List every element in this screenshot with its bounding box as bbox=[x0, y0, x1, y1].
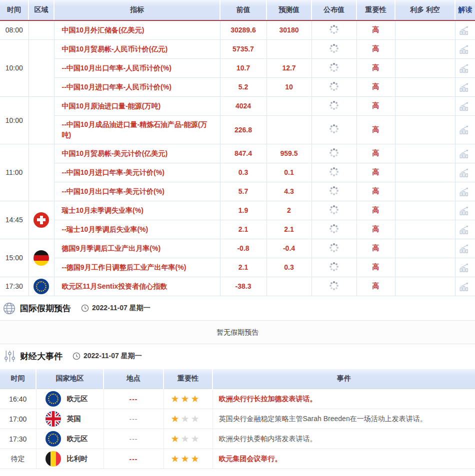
chart-icon[interactable] bbox=[460, 82, 470, 92]
star-icon: ★ bbox=[191, 434, 200, 444]
event-description: 欧洲央行执委帕内塔发表讲话。 bbox=[212, 429, 475, 449]
events-section-title: 财经大事件 bbox=[20, 351, 62, 362]
interpretation-cell[interactable] bbox=[455, 58, 475, 77]
holiday-section-date: 2022-11-07 星期一 bbox=[92, 304, 150, 313]
previous-value: -38.3 bbox=[220, 277, 266, 296]
events-table: 时间 国家地区 地点 重要性 事件 16:40欧元区---★★★欧洲央行行长拉加… bbox=[0, 369, 475, 470]
importance-stars: ★★★ bbox=[164, 389, 212, 409]
star-icon: ★ bbox=[171, 454, 180, 464]
interpretation-cell[interactable] bbox=[455, 77, 475, 96]
forecast-value bbox=[266, 277, 312, 296]
interpretation-cell[interactable] bbox=[455, 239, 475, 258]
published-value-cell bbox=[312, 39, 356, 58]
bias-cell bbox=[395, 258, 455, 277]
event-country-cell: 欧元区 bbox=[36, 429, 104, 449]
time-cell: 08:00 bbox=[0, 20, 28, 39]
interpretation-cell[interactable] bbox=[455, 115, 475, 144]
chart-icon[interactable] bbox=[460, 168, 470, 177]
bias-cell bbox=[395, 20, 455, 39]
region-cell bbox=[28, 144, 54, 201]
interpretation-cell[interactable] bbox=[455, 182, 475, 201]
star-icon: ★ bbox=[191, 454, 200, 464]
holiday-empty-text: 暂无假期预告 bbox=[216, 328, 258, 336]
eu-flag-icon bbox=[46, 391, 61, 407]
chart-icon[interactable] bbox=[460, 44, 470, 54]
indicator-row: 17:30欧元区11月Sentix投资者信心指数-38.3高 bbox=[0, 277, 475, 296]
chart-icon[interactable] bbox=[460, 187, 470, 196]
previous-value: 30289.6 bbox=[220, 20, 266, 39]
indicator-row: 11:00中国10月贸易帐-美元计价(亿美元)847.4959.5高 bbox=[0, 144, 475, 163]
interpretation-cell[interactable] bbox=[455, 201, 475, 220]
region-cell bbox=[28, 277, 54, 296]
forecast-value bbox=[266, 115, 312, 144]
indicator-name: --德国9月工作日调整后工业产出年率(%) bbox=[54, 258, 220, 277]
importance-cell: 高 bbox=[356, 144, 395, 163]
previous-value: 1.9 bbox=[220, 201, 266, 220]
time-cell: 17:30 bbox=[0, 277, 28, 296]
interpretation-cell[interactable] bbox=[455, 258, 475, 277]
interpretation-cell[interactable] bbox=[455, 39, 475, 58]
bias-cell bbox=[395, 77, 455, 96]
interpretation-cell[interactable] bbox=[455, 277, 475, 296]
importance-cell: 高 bbox=[356, 239, 395, 258]
globe-icon bbox=[3, 302, 16, 315]
chart-icon[interactable] bbox=[460, 244, 470, 253]
previous-value: 5.7 bbox=[220, 182, 266, 201]
event-description[interactable]: 欧元集团会议举行。 bbox=[212, 449, 475, 469]
chart-icon[interactable] bbox=[460, 101, 470, 111]
indicator-row: --中国10月出口年率-美元计价(%)5.74.3高 bbox=[0, 182, 475, 201]
country-name: 英国 bbox=[67, 415, 81, 423]
bias-cell bbox=[395, 277, 455, 296]
indicator-row: 08:00中国10月外汇储备(亿美元)30289.630180高 bbox=[0, 20, 475, 39]
interpretation-cell[interactable] bbox=[455, 20, 475, 39]
sliders-icon bbox=[4, 350, 16, 363]
chart-icon[interactable] bbox=[460, 149, 470, 158]
chart-icon[interactable] bbox=[460, 225, 470, 234]
event-row: 16:40欧元区---★★★欧洲央行行长拉加德发表讲话。 bbox=[0, 389, 475, 409]
chart-icon[interactable] bbox=[460, 263, 470, 272]
indicator-row: --中国10月成品油进口量-精炼石油产品-能源(万吨)226.8高 bbox=[0, 115, 475, 144]
country-name: 欧元区 bbox=[67, 435, 88, 443]
loading-spinner-icon bbox=[333, 66, 335, 68]
event-time: 17:30 bbox=[0, 429, 36, 449]
published-value-cell bbox=[312, 201, 356, 220]
forecast-value: 12.7 bbox=[266, 58, 312, 77]
events-section-header: 财经大事件 2022-11-07 星期一 bbox=[0, 344, 475, 368]
chart-icon[interactable] bbox=[460, 125, 470, 134]
interpretation-cell[interactable] bbox=[455, 96, 475, 115]
event-time: 17:00 bbox=[0, 409, 36, 429]
loading-spinner-icon bbox=[333, 28, 335, 30]
published-value-cell bbox=[312, 220, 356, 239]
importance-cell: 高 bbox=[356, 201, 395, 220]
holiday-empty-band: 暂无假期预告 bbox=[0, 320, 475, 344]
indicator-name: --中国10月进口年率-美元计价(%) bbox=[54, 163, 220, 182]
published-value-cell bbox=[312, 239, 356, 258]
interpretation-cell[interactable] bbox=[455, 144, 475, 163]
published-value-cell bbox=[312, 277, 356, 296]
chart-icon[interactable] bbox=[460, 63, 470, 73]
forecast-value bbox=[266, 96, 312, 115]
chart-icon[interactable] bbox=[460, 282, 470, 291]
event-description: 英国央行金融稳定策略主管Sarah Breeden在一场活动上发表讲话。 bbox=[212, 409, 475, 429]
region-cell bbox=[28, 39, 54, 96]
event-row: 待定比利时---★★★欧元集团会议举行。 bbox=[0, 449, 475, 469]
importance-cell: 高 bbox=[356, 220, 395, 239]
col-header-bias: 利多 利空 bbox=[395, 0, 455, 20]
event-country-cell: 欧元区 bbox=[36, 389, 104, 409]
indicator-name: --瑞士10月季调后失业率(%) bbox=[54, 220, 220, 239]
events-section-date: 2022-11-07 星期一 bbox=[84, 352, 142, 361]
interpretation-cell[interactable] bbox=[455, 220, 475, 239]
interpretation-cell[interactable] bbox=[455, 163, 475, 182]
chart-icon[interactable] bbox=[460, 25, 470, 35]
col-header-importance: 重要性 bbox=[356, 0, 395, 20]
indicator-name: --中国10月进口年率-人民币计价(%) bbox=[54, 77, 220, 96]
event-country-cell: 比利时 bbox=[36, 449, 104, 469]
calendar-table-body: 08:00中国10月外汇储备(亿美元)30289.630180高10:00中国1… bbox=[0, 20, 475, 296]
chart-icon[interactable] bbox=[460, 206, 470, 215]
event-description[interactable]: 欧洲央行行长拉加德发表讲话。 bbox=[212, 389, 475, 409]
region-cell bbox=[28, 96, 54, 144]
loading-spinner-icon bbox=[333, 209, 335, 211]
bias-cell bbox=[395, 163, 455, 182]
importance-cell: 高 bbox=[356, 277, 395, 296]
indicator-name: 欧元区11月Sentix投资者信心指数 bbox=[54, 277, 220, 296]
